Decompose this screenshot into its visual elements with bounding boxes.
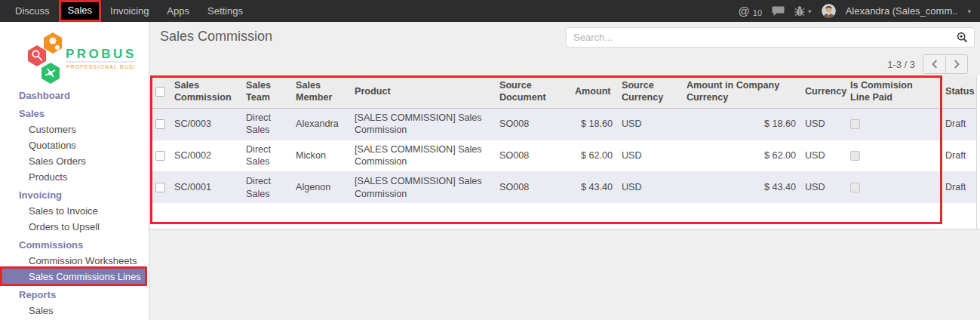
column-header-sales-team[interactable]: Sales Team <box>241 75 291 108</box>
column-header-currency[interactable]: Currency <box>800 75 846 108</box>
probuse-logo: PROBUSE PROFESSIONAL BUSINESS <box>0 22 149 88</box>
sidebar-item-sales[interactable]: Sales <box>0 303 149 318</box>
topbar-menu-sales[interactable]: Sales <box>59 0 102 22</box>
cell-sales-team: Direct Sales <box>241 171 291 203</box>
column-header-is-commision-line-paid[interactable]: Is Commision Line Paid <box>846 75 935 108</box>
cell-sales-member: Mickon <box>291 140 350 171</box>
column-header-sales-member[interactable]: Sales Member <box>291 75 350 108</box>
cell-source-document: SO008 <box>495 171 570 203</box>
cell-amount-company: $ 18.60 <box>682 108 800 140</box>
pager: 1-3 / 3 <box>887 54 968 74</box>
activities-icon[interactable]: @ <box>739 5 750 17</box>
cell-status: Draft <box>935 140 976 171</box>
row-select-cell <box>150 108 170 140</box>
pager-previous-button[interactable] <box>923 55 945 73</box>
sidebar-item-quotations[interactable]: Quotations <box>0 137 149 153</box>
user-caret-icon[interactable]: ▾ <box>967 8 971 15</box>
list-sheet: Sales CommissionSales TeamSales MemberPr… <box>150 75 980 229</box>
column-header-source-document[interactable]: Source Document <box>495 75 570 108</box>
search-icon[interactable] <box>950 28 974 47</box>
row-checkbox[interactable] <box>155 151 165 161</box>
page-title: Sales Commission <box>160 29 272 45</box>
column-header-product[interactable]: Product <box>350 75 495 108</box>
activities-count: 10 <box>753 8 762 17</box>
topbar-menu-discuss[interactable]: Discuss <box>6 0 59 22</box>
cell-product: [SALES COMMISSION] Sales Commission <box>350 171 495 203</box>
user-menu[interactable]: Alexandra (Sales_comm.. <box>846 5 958 17</box>
topbar: DiscussSalesInvoicingAppsSettings @ 10 ▾ <box>0 0 980 22</box>
cell-sales-member: Algenon <box>291 171 350 203</box>
table-header-row: Sales CommissionSales TeamSales MemberPr… <box>150 75 976 108</box>
cell-sales-commission: SC/0001 <box>170 171 241 203</box>
column-header-amount-in-company-currency[interactable]: Amount in Company Currency <box>682 75 800 108</box>
cell-source-currency: USD <box>617 171 682 203</box>
row-checkbox[interactable] <box>155 119 165 129</box>
row-checkbox[interactable] <box>155 183 165 192</box>
table-row[interactable]: SC/0001Direct SalesAlgenon[SALES COMMISS… <box>150 171 976 203</box>
row-select-cell <box>150 140 170 171</box>
column-header-source-currency[interactable]: Source Currency <box>617 75 682 108</box>
messages-icon[interactable] <box>772 6 785 17</box>
sidebar-item-sales-commissions-lines[interactable]: Sales Commissions Lines <box>0 269 146 285</box>
sidebar-item-products[interactable]: Products <box>0 169 149 185</box>
cell-source-document: SO008 <box>495 140 570 171</box>
sidebar-item-sales-orders[interactable]: Sales Orders <box>0 153 149 169</box>
avatar[interactable] <box>822 4 836 18</box>
sidebar-item-commission-worksheets[interactable]: Commission Worksheets <box>0 253 149 269</box>
cell-sales-commission: SC/0003 <box>170 108 241 140</box>
sidebar-item-orders-to-upsell[interactable]: Orders to Upsell <box>0 219 149 235</box>
logo-tagline: PROFESSIONAL BUSINESS <box>66 64 136 69</box>
cell-product: [SALES COMMISSION] Sales Commission <box>350 140 495 171</box>
row-select-cell <box>150 171 170 203</box>
topbar-menu-apps[interactable]: Apps <box>158 0 198 22</box>
cell-source-currency: USD <box>617 108 682 140</box>
cell-sales-team: Direct Sales <box>241 108 291 140</box>
select-all-header <box>150 75 170 108</box>
cell-currency: USD <box>800 108 846 140</box>
cell-sales-commission: SC/0002 <box>170 140 241 171</box>
topbar-right: @ 10 ▾ Al <box>739 4 980 18</box>
cell-currency: USD <box>800 140 846 171</box>
cell-amount-company: $ 43.40 <box>682 171 800 203</box>
sidebar-item-customers[interactable]: Customers <box>0 122 149 137</box>
column-header-amount[interactable]: Amount <box>570 75 617 108</box>
search-box <box>566 27 975 48</box>
cell-amount: $ 62.00 <box>570 140 617 171</box>
sidebar: PROBUSE PROFESSIONAL BUSINESS DashboardS… <box>0 22 149 320</box>
pager-next-button[interactable] <box>945 55 967 73</box>
sidebar-heading-commissions[interactable]: Commissions <box>0 237 149 253</box>
topbar-menus: DiscussSalesInvoicingAppsSettings <box>0 0 252 22</box>
cell-sales-member: Alexandra <box>291 108 350 140</box>
cell-sales-team: Direct Sales <box>241 140 291 171</box>
logo-name: PROBUSE <box>66 47 136 61</box>
cell-amount: $ 43.40 <box>570 171 617 203</box>
cell-currency: USD <box>800 171 846 203</box>
topbar-menu-invoicing[interactable]: Invoicing <box>101 0 158 22</box>
sidebar-item-sales-to-invoice[interactable]: Sales to Invoice <box>0 203 149 219</box>
paid-checkbox[interactable] <box>850 183 860 192</box>
cell-amount: $ 18.60 <box>570 108 617 140</box>
cell-source-document: SO008 <box>495 108 570 140</box>
sidebar-heading-sales[interactable]: Sales <box>0 106 149 122</box>
sidebar-heading-invoicing[interactable]: Invoicing <box>0 187 149 203</box>
cell-status: Draft <box>935 171 976 203</box>
table-row[interactable]: SC/0002Direct SalesMickon[SALES COMMISSI… <box>150 140 976 171</box>
cell-is-commision-line-paid <box>846 171 935 203</box>
sidebar-nav: DashboardSalesCustomersQuotationsSales O… <box>0 88 149 318</box>
column-header-sales-commission[interactable]: Sales Commission <box>170 75 241 108</box>
table-row[interactable]: SC/0003Direct SalesAlexandra[SALES COMMI… <box>150 108 976 140</box>
paid-checkbox[interactable] <box>850 151 860 161</box>
logo-hex-magnifier <box>28 45 46 66</box>
select-all-checkbox[interactable] <box>155 87 165 97</box>
paid-checkbox[interactable] <box>850 119 860 129</box>
search-input[interactable] <box>567 28 950 47</box>
cell-amount-company: $ 62.00 <box>682 140 800 171</box>
main-content: Sales Commission 1-3 / 3 <box>150 22 980 320</box>
topbar-menu-settings[interactable]: Settings <box>198 0 252 22</box>
table-body: SC/0003Direct SalesAlexandra[SALES COMMI… <box>150 108 976 203</box>
debug-icon[interactable]: ▾ <box>794 5 812 17</box>
cell-is-commision-line-paid <box>846 108 935 140</box>
sidebar-heading-reports[interactable]: Reports <box>0 287 149 303</box>
cell-source-currency: USD <box>617 140 682 171</box>
column-header-status[interactable]: Status <box>935 75 976 108</box>
